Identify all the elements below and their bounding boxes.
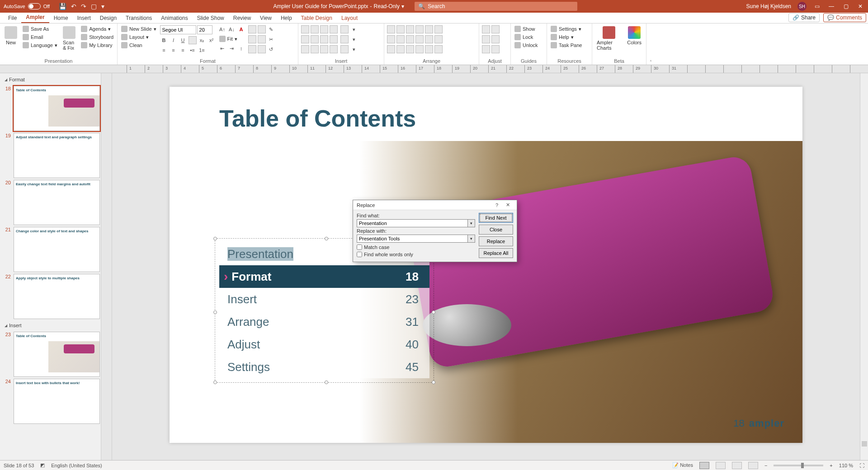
replace-button[interactable]: Replace bbox=[479, 236, 513, 246]
settings-button[interactable]: Settings▾ bbox=[550, 25, 583, 33]
collapse-ribbon-icon[interactable]: ˄ bbox=[646, 24, 655, 65]
stack-v-icon[interactable] bbox=[415, 35, 424, 43]
redo-icon[interactable]: ↷ bbox=[81, 3, 86, 10]
slide-title[interactable]: Table of Contents bbox=[219, 105, 416, 132]
replace-with-input[interactable] bbox=[357, 235, 468, 243]
slide-position[interactable]: Slide 18 of 53 bbox=[4, 463, 34, 468]
tab-slideshow[interactable]: Slide Show bbox=[193, 13, 229, 23]
align-l-icon[interactable] bbox=[387, 25, 395, 33]
format-painter-icon[interactable]: ✂ bbox=[267, 35, 275, 43]
textbox-icon[interactable] bbox=[301, 25, 309, 33]
tab-review[interactable]: Review bbox=[229, 13, 255, 23]
colors-button[interactable]: Colors bbox=[625, 25, 643, 46]
align-b-icon[interactable] bbox=[434, 25, 443, 33]
shrink-font-icon[interactable]: A↓ bbox=[228, 25, 236, 33]
shape-outline-icon[interactable] bbox=[258, 35, 266, 43]
replace-dropdown-icon[interactable]: ▾ bbox=[468, 235, 475, 243]
slideshow-view-icon[interactable] bbox=[748, 462, 758, 469]
minimize-icon[interactable]: — bbox=[827, 3, 835, 9]
scan-fix-button[interactable]: Scan & Fix bbox=[61, 25, 77, 52]
image-icon[interactable] bbox=[340, 45, 349, 53]
rotate-icon[interactable] bbox=[425, 45, 433, 53]
back-icon[interactable] bbox=[396, 45, 405, 53]
find-next-button[interactable]: Find Next bbox=[479, 213, 513, 223]
storyboard-button[interactable]: Storyboard bbox=[80, 33, 114, 41]
table-icon[interactable] bbox=[340, 35, 349, 43]
unlock-guides-button[interactable]: Unlock bbox=[514, 42, 539, 49]
indent-dec-icon[interactable]: ⇤ bbox=[218, 44, 226, 52]
backward-icon[interactable] bbox=[415, 45, 424, 53]
save-as-button[interactable]: Save As bbox=[22, 25, 58, 33]
sub-icon[interactable]: x₂ bbox=[198, 36, 206, 44]
new-slide-button[interactable]: New Slide▾ bbox=[120, 25, 157, 33]
maximize-icon[interactable]: ▢ bbox=[842, 3, 850, 9]
layout-button[interactable]: Layout▾ bbox=[120, 33, 157, 41]
find-dropdown-icon[interactable]: ▾ bbox=[468, 219, 475, 227]
task-pane-button[interactable]: Task Pane bbox=[550, 42, 583, 49]
shape-effects-icon[interactable] bbox=[248, 45, 256, 53]
nudge-icon[interactable] bbox=[491, 45, 500, 53]
language-button[interactable]: Language▾ bbox=[22, 42, 58, 49]
normal-view-icon[interactable] bbox=[699, 462, 709, 469]
dialog-help-icon[interactable]: ? bbox=[491, 202, 502, 208]
tab-view[interactable]: View bbox=[255, 13, 276, 23]
outline-color-icon[interactable] bbox=[258, 25, 266, 33]
elbow-icon[interactable] bbox=[330, 35, 338, 43]
notes-button[interactable]: 📝 Notes bbox=[672, 462, 693, 468]
autosave-toggle[interactable]: AutoSave Off bbox=[4, 3, 50, 9]
lock-guides-button[interactable]: Lock bbox=[514, 33, 539, 41]
vertical-scrollbar[interactable] bbox=[860, 73, 868, 460]
clean-button[interactable]: Clean bbox=[120, 42, 157, 49]
text-box-icon[interactable] bbox=[189, 36, 197, 44]
help-button[interactable]: Help▾ bbox=[550, 33, 583, 41]
bold-icon[interactable]: B bbox=[160, 36, 168, 44]
fit-window-icon[interactable]: ⛶ bbox=[859, 463, 864, 468]
thumb-preview[interactable]: Insert text box with bullets that work! bbox=[14, 379, 100, 424]
autosave-switch[interactable] bbox=[28, 3, 41, 9]
slide-canvas[interactable]: Table of Contents Presentation5Format18I… bbox=[112, 73, 860, 460]
font-size-input[interactable] bbox=[197, 25, 212, 34]
share-button[interactable]: 🔗Share bbox=[788, 13, 820, 22]
tab-home[interactable]: Home bbox=[49, 13, 73, 23]
sorter-view-icon[interactable] bbox=[716, 462, 726, 469]
connector-icon[interactable] bbox=[320, 35, 328, 43]
sup-icon[interactable]: x² bbox=[208, 36, 216, 44]
close-window-icon[interactable]: ✕ bbox=[856, 3, 864, 9]
dialog-close-icon[interactable]: ✕ bbox=[502, 202, 513, 208]
group-icon[interactable] bbox=[425, 35, 433, 43]
section-insert[interactable]: Insert bbox=[2, 321, 101, 330]
section-format[interactable]: Format bbox=[2, 75, 101, 84]
toc-table[interactable]: Presentation5Format18Insert23Arrange31Ad… bbox=[219, 243, 429, 378]
font-name-input[interactable] bbox=[160, 25, 196, 34]
language-status[interactable]: English (United States) bbox=[51, 463, 102, 468]
table-dd-icon[interactable]: ▾ bbox=[350, 35, 358, 43]
rounded-icon[interactable] bbox=[330, 25, 338, 33]
new-button[interactable]: New bbox=[3, 25, 19, 46]
dist-h-icon[interactable] bbox=[387, 35, 395, 43]
comments-button[interactable]: 💬Comments bbox=[823, 13, 866, 22]
italic-icon[interactable]: I bbox=[170, 36, 178, 44]
thumb-preview[interactable]: Table of Contents bbox=[14, 332, 100, 377]
align-left-icon[interactable]: ≡ bbox=[160, 46, 168, 54]
tab-animations[interactable]: Animations bbox=[156, 13, 192, 23]
thumbnail-20[interactable]: 20Easily change text field margins and a… bbox=[3, 180, 100, 225]
show-guides-button[interactable]: Show bbox=[514, 25, 539, 33]
dist-v-icon[interactable] bbox=[396, 35, 405, 43]
tab-design[interactable]: Design bbox=[95, 13, 121, 23]
zoom-level[interactable]: 110 % bbox=[839, 463, 853, 468]
align-center-icon[interactable]: ≡ bbox=[170, 46, 178, 54]
replace-all-button[interactable]: Replace All bbox=[479, 248, 513, 258]
reset-icon[interactable]: ↺ bbox=[267, 45, 275, 53]
bullets-icon[interactable]: •≡ bbox=[189, 46, 197, 54]
accessibility-icon[interactable]: ◩ bbox=[40, 462, 45, 468]
zoom-out-icon[interactable]: − bbox=[764, 463, 767, 468]
underline-icon[interactable]: U bbox=[179, 36, 187, 44]
indent-inc-icon[interactable]: ⇥ bbox=[228, 44, 236, 52]
align-m-icon[interactable] bbox=[425, 25, 433, 33]
tab-transitions[interactable]: Transitions bbox=[121, 13, 156, 23]
undo-icon[interactable]: ↶ bbox=[71, 3, 76, 10]
oval-icon[interactable] bbox=[320, 25, 328, 33]
tab-table-design[interactable]: Table Design bbox=[297, 13, 337, 23]
align-r-icon[interactable] bbox=[406, 25, 414, 33]
rect-icon[interactable] bbox=[311, 25, 319, 33]
